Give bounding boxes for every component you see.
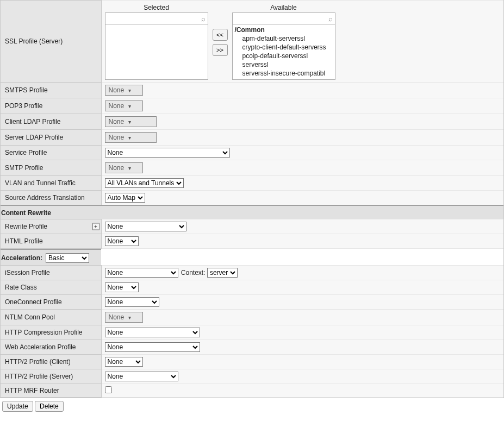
http-compression-label: HTTP Compression Profile [1, 325, 101, 340]
acceleration-header: Acceleration: Basic [1, 249, 101, 265]
web-acceleration-select[interactable]: None [105, 342, 200, 352]
list-item[interactable]: pcoip-default-serverssl [235, 52, 333, 60]
available-search-input[interactable] [233, 14, 326, 23]
html-profile-label: HTML Profile [1, 234, 101, 249]
available-group-common[interactable]: /Common [235, 26, 333, 34]
chevron-down-icon: ▾ [128, 135, 131, 141]
selected-list[interactable] [105, 24, 208, 80]
chevron-down-icon: ▾ [128, 103, 131, 109]
pop3-profile-label: POP3 Profile [1, 98, 101, 114]
client-ldap-profile-select[interactable]: None▾ [105, 116, 157, 127]
chevron-down-icon: ▾ [128, 87, 131, 93]
pop3-profile-select[interactable]: None▾ [105, 100, 143, 111]
expand-icon[interactable]: + [92, 223, 99, 230]
search-icon: ⌕ [199, 15, 208, 23]
isession-context-select[interactable]: server [207, 268, 238, 278]
rewrite-profile-select[interactable]: None [105, 222, 186, 231]
list-item[interactable]: serverssl-insecure-compatibl [235, 69, 333, 78]
html-profile-select[interactable]: None [105, 236, 139, 246]
available-header: Available [270, 4, 296, 11]
acceleration-mode-select[interactable]: Basic [46, 253, 89, 263]
chevron-down-icon: ▾ [128, 119, 131, 125]
http2-server-select[interactable]: None [105, 372, 178, 381]
vlan-tunnel-select[interactable]: All VLANs and Tunnels [105, 178, 184, 188]
oneconnect-profile-label: OneConnect Profile [1, 295, 101, 310]
move-right-button[interactable]: >> [213, 44, 228, 56]
move-left-button[interactable]: << [213, 29, 228, 41]
selected-search-input[interactable] [105, 14, 199, 23]
delete-button[interactable]: Delete [35, 401, 64, 412]
content-rewrite-header: Content Rewrite [1, 205, 503, 219]
selected-header: Selected [144, 4, 169, 11]
ntlm-conn-pool-label: NTLM Conn Pool [1, 310, 101, 325]
update-button[interactable]: Update [2, 401, 33, 412]
service-profile-select[interactable]: None [105, 148, 230, 158]
http-mrf-router-checkbox[interactable] [105, 386, 112, 393]
smtps-profile-label: SMTPS Profile [1, 83, 101, 98]
rate-class-select[interactable]: None [105, 282, 139, 292]
rate-class-label: Rate Class [1, 280, 101, 295]
context-label: Context: [181, 269, 206, 276]
list-item[interactable]: serverssl-secure [235, 78, 333, 80]
http2-client-select[interactable]: None [105, 357, 143, 367]
ssl-profile-dual-list: Selected ⌕ << >> Available [105, 3, 501, 80]
ntlm-conn-pool-select[interactable]: None▾ [105, 312, 143, 323]
snat-select[interactable]: Auto Map [105, 193, 145, 203]
search-icon: ⌕ [326, 15, 335, 23]
server-ldap-profile-select[interactable]: None▾ [105, 132, 157, 143]
http2-client-label: HTTP/2 Profile (Client) [1, 355, 101, 369]
http-mrf-router-label: HTTP MRF Router [1, 384, 101, 398]
ssl-profile-server-label: SSL Profile (Server) [1, 1, 101, 83]
available-list[interactable]: /Common apm-default-serverssl crypto-cli… [232, 24, 335, 80]
vlan-tunnel-label: VLAN and Tunnel Traffic [1, 176, 101, 191]
list-item[interactable]: crypto-client-default-serverss [235, 43, 333, 52]
http-compression-select[interactable]: None [105, 328, 200, 337]
service-profile-label: Service Profile [1, 146, 101, 160]
server-ldap-profile-label: Server LDAP Profile [1, 130, 101, 146]
chevron-down-icon: ▾ [128, 165, 131, 171]
isession-profile-select[interactable]: None [105, 268, 178, 278]
smtp-profile-label: SMTP Profile [1, 160, 101, 176]
web-acceleration-label: Web Acceleration Profile [1, 340, 101, 355]
http2-server-label: HTTP/2 Profile (Server) [1, 369, 101, 384]
list-item[interactable]: serverssl [235, 60, 333, 69]
client-ldap-profile-label: Client LDAP Profile [1, 114, 101, 130]
oneconnect-profile-select[interactable]: None [105, 297, 159, 307]
rewrite-profile-label: Rewrite Profile + [1, 219, 101, 234]
smtp-profile-select[interactable]: None▾ [105, 162, 143, 173]
isession-profile-label: iSession Profile [1, 266, 101, 280]
snat-label: Source Address Translation [1, 191, 101, 206]
chevron-down-icon: ▾ [128, 315, 131, 320]
smtps-profile-select[interactable]: None▾ [105, 85, 143, 96]
list-item[interactable]: apm-default-serverssl [235, 34, 333, 43]
